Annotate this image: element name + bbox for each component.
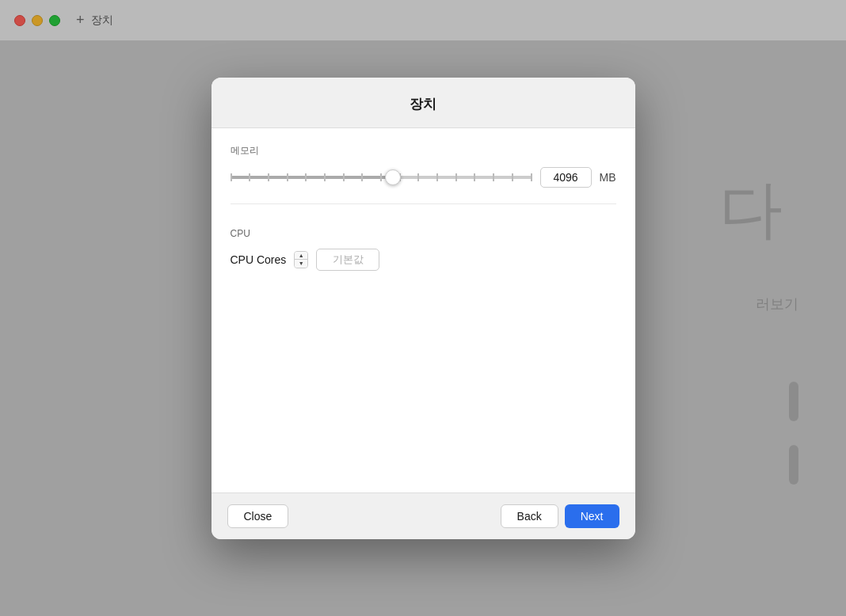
cpu-cores-value[interactable]: 기본값 [316,249,379,271]
tick [455,173,457,181]
next-button[interactable]: Next [565,504,619,528]
cpu-section: CPU CPU Cores ▲ ▼ 기본값 [231,228,616,271]
tick [343,173,345,181]
tick [531,173,532,181]
tick [249,173,250,181]
modal-header: 장치 [212,78,635,128]
memory-slider-track [231,176,532,179]
tick [474,173,475,181]
modal-title: 장치 [410,97,436,112]
tick [512,173,513,181]
nav-buttons: Back Next [501,504,619,528]
stepper-down-button[interactable]: ▼ [295,260,307,268]
memory-section-label: 메모리 [231,144,616,158]
tick [268,173,269,181]
slider-ticks [231,173,532,181]
close-button[interactable]: Close [227,504,289,528]
tick [324,173,326,181]
back-button[interactable]: Back [501,504,558,528]
memory-unit-label: MB [600,171,616,184]
modal-body: 메모리 [212,128,635,492]
modal-footer: Close Back Next [212,492,635,539]
tick [493,173,494,181]
tick [361,173,363,181]
memory-value-display[interactable]: 4096 [540,167,592,188]
modal-overlay: 장치 메모리 [0,0,846,616]
tick [287,173,288,181]
modal-dialog: 장치 메모리 [212,78,635,539]
memory-slider-container[interactable] [231,169,532,185]
tick [417,173,419,181]
tick [231,173,232,181]
cpu-row: CPU Cores ▲ ▼ 기본값 [231,249,616,271]
tick [380,173,382,181]
stepper-up-button[interactable]: ▲ [295,252,307,260]
memory-row: 4096 MB [231,167,616,188]
tick [305,173,307,181]
cpu-cores-stepper[interactable]: ▲ ▼ [294,251,308,268]
tick [436,173,438,181]
cpu-section-label: CPU [231,228,616,239]
memory-slider-thumb[interactable] [385,169,401,185]
cpu-cores-label: CPU Cores [231,253,287,266]
memory-section: 메모리 [231,144,616,204]
